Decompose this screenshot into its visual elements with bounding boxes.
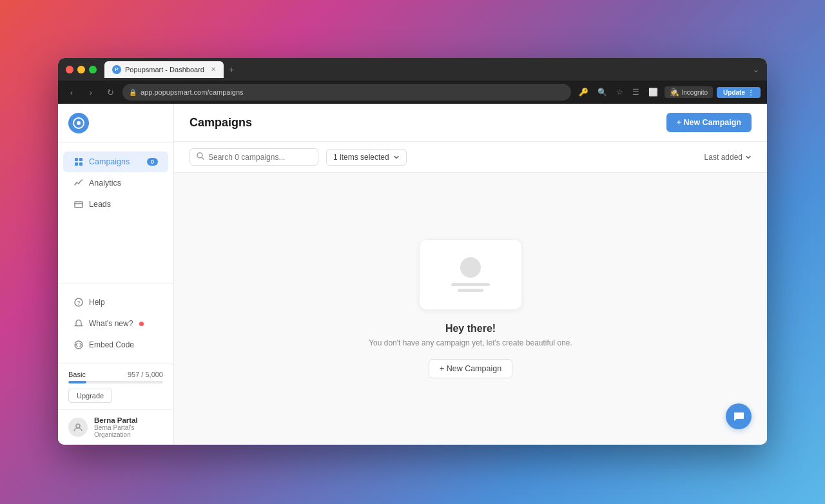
svg-rect-4 bbox=[75, 162, 78, 166]
embed-code-label: Embed Code bbox=[89, 340, 134, 349]
back-button[interactable]: ‹ bbox=[64, 88, 79, 97]
url-text: app.popupsmart.com/campaigns bbox=[141, 88, 244, 96]
campaigns-icon bbox=[73, 157, 84, 167]
empty-line-1 bbox=[451, 283, 490, 286]
forward-button[interactable]: › bbox=[84, 88, 98, 97]
sidebar-item-help[interactable]: ? Help bbox=[63, 292, 168, 313]
logo-icon bbox=[68, 113, 89, 133]
svg-rect-3 bbox=[79, 158, 82, 161]
split-icon[interactable]: ⬜ bbox=[646, 86, 661, 98]
sidebar-item-embed-code[interactable]: Embed Code bbox=[63, 334, 168, 355]
tab-favicon: P bbox=[112, 65, 121, 74]
whats-new-label: What's new? bbox=[89, 319, 133, 328]
progress-label: Basic 957 / 5,000 bbox=[68, 371, 163, 378]
key-icon[interactable]: 🔑 bbox=[576, 86, 591, 98]
active-tab[interactable]: P Popupsmart - Dashboard ✕ bbox=[104, 61, 224, 78]
update-menu-icon: ⋮ bbox=[748, 89, 754, 96]
progress-bar bbox=[68, 381, 163, 383]
notification-dot bbox=[139, 322, 144, 326]
search-input[interactable] bbox=[208, 153, 286, 162]
svg-text:?: ? bbox=[77, 300, 80, 306]
svg-point-1 bbox=[77, 121, 81, 125]
empty-illustration bbox=[419, 239, 522, 310]
new-campaign-button[interactable]: + New Campaign bbox=[666, 113, 752, 132]
update-label: Update bbox=[723, 89, 745, 96]
main-header: Campaigns + New Campaign bbox=[174, 104, 767, 142]
plan-usage: 957 / 5,000 bbox=[128, 371, 163, 378]
progress-fill bbox=[68, 381, 86, 383]
close-button[interactable] bbox=[66, 66, 73, 73]
user-name: Berna Partal bbox=[94, 416, 163, 424]
maximize-button[interactable] bbox=[89, 66, 97, 73]
leads-label: Leads bbox=[89, 200, 111, 209]
user-org: Berna Partal's Organization bbox=[94, 424, 163, 438]
sort-chevron-icon bbox=[745, 154, 752, 160]
embed-icon bbox=[73, 340, 84, 350]
help-icon: ? bbox=[73, 297, 84, 307]
svg-rect-2 bbox=[75, 158, 78, 161]
toolbar: 1 items selected Last added bbox=[174, 142, 767, 173]
filter-dropdown[interactable]: 1 items selected bbox=[326, 149, 407, 166]
campaigns-label: Campaigns bbox=[89, 157, 130, 166]
main-content: Campaigns + New Campaign 1 items selecte… bbox=[174, 104, 767, 445]
minimize-button[interactable] bbox=[77, 66, 85, 73]
chat-icon bbox=[732, 410, 745, 423]
sidebar-nav: Campaigns 0 Analytics bbox=[58, 143, 173, 283]
sidebar-item-analytics[interactable]: Analytics bbox=[63, 173, 168, 193]
sidebar-item-campaigns[interactable]: Campaigns 0 bbox=[63, 151, 168, 172]
svg-rect-6 bbox=[75, 202, 82, 208]
analytics-icon bbox=[73, 178, 84, 188]
browser-actions: 🔑 🔍 ☆ ☰ ⬜ 🕵️ Incognito Update ⋮ bbox=[576, 86, 761, 98]
empty-lines bbox=[451, 283, 490, 292]
search-icon[interactable]: 🔍 bbox=[595, 86, 610, 98]
empty-subtitle: You don't have any campaign yet, let's c… bbox=[369, 338, 572, 347]
empty-create-button[interactable]: + New Campaign bbox=[429, 359, 512, 378]
chat-button[interactable] bbox=[726, 403, 752, 429]
sidebar-item-whats-new[interactable]: What's new? bbox=[63, 313, 168, 334]
update-button[interactable]: Update ⋮ bbox=[717, 87, 761, 98]
empty-state: Hey there! You don't have any campaign y… bbox=[174, 173, 767, 445]
bookmark-icon[interactable]: ☆ bbox=[614, 86, 626, 98]
sort-button[interactable]: Last added bbox=[704, 153, 752, 162]
incognito-badge: 🕵️ Incognito bbox=[665, 86, 713, 98]
plan-name: Basic bbox=[68, 371, 86, 378]
leads-icon bbox=[73, 199, 84, 209]
chevron-down-icon bbox=[393, 154, 400, 160]
upgrade-button[interactable]: Upgrade bbox=[68, 389, 112, 403]
search-box[interactable] bbox=[189, 148, 318, 166]
user-section[interactable]: Berna Partal Berna Partal's Organization bbox=[58, 409, 173, 445]
tab-bar: P Popupsmart - Dashboard ✕ + bbox=[104, 61, 753, 78]
bell-icon bbox=[73, 318, 84, 329]
empty-line-2 bbox=[458, 289, 483, 292]
sidebar-logo bbox=[58, 104, 173, 143]
expand-icon[interactable]: ⌄ bbox=[753, 65, 759, 74]
svg-point-12 bbox=[76, 424, 80, 428]
sidebar: Campaigns 0 Analytics bbox=[58, 104, 174, 445]
svg-point-13 bbox=[197, 153, 202, 158]
reload-button[interactable]: ↻ bbox=[103, 88, 117, 97]
campaigns-badge: 0 bbox=[147, 158, 158, 166]
browser-chrome: P Popupsmart - Dashboard ✕ + ⌄ bbox=[58, 58, 767, 81]
tab-close-icon[interactable]: ✕ bbox=[211, 66, 216, 73]
analytics-label: Analytics bbox=[89, 179, 121, 188]
progress-section: Basic 957 / 5,000 Upgrade bbox=[58, 363, 173, 409]
sort-label: Last added bbox=[704, 153, 742, 162]
incognito-label: Incognito bbox=[682, 89, 708, 96]
url-bar-row: ‹ › ↻ 🔒 app.popupsmart.com/campaigns 🔑 🔍… bbox=[58, 81, 767, 104]
app-layout: Campaigns 0 Analytics bbox=[58, 104, 767, 445]
sidebar-item-leads[interactable]: Leads bbox=[63, 194, 168, 215]
search-icon bbox=[197, 152, 204, 162]
empty-avatar bbox=[460, 257, 481, 278]
sidebar-bottom: ? Help What's new? bbox=[58, 283, 173, 363]
reading-list-icon[interactable]: ☰ bbox=[630, 86, 642, 98]
empty-title: Hey there! bbox=[445, 323, 496, 334]
new-tab-button[interactable]: + bbox=[226, 62, 237, 77]
avatar bbox=[68, 418, 88, 437]
svg-rect-5 bbox=[79, 162, 82, 166]
url-bar[interactable]: 🔒 app.popupsmart.com/campaigns bbox=[122, 84, 571, 101]
page-title: Campaigns bbox=[189, 116, 252, 130]
help-label: Help bbox=[89, 298, 105, 307]
user-info: Berna Partal Berna Partal's Organization bbox=[94, 416, 163, 438]
traffic-lights bbox=[66, 66, 97, 73]
filter-label: 1 items selected bbox=[333, 153, 389, 162]
